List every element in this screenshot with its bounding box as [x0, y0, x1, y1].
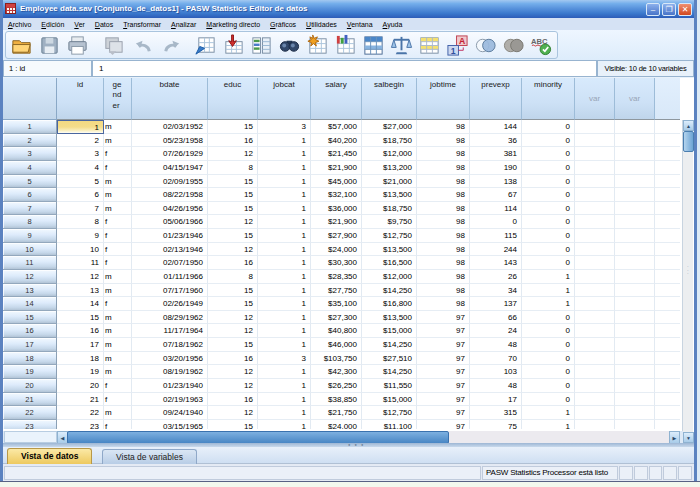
cell-r17-prevexp[interactable]: 48	[470, 338, 522, 352]
cell-r14-salbegin[interactable]: $16,800	[362, 297, 417, 311]
cell-r15-jobcat[interactable]: 1	[258, 311, 311, 325]
cell-r20-salbegin[interactable]: $11,550	[362, 379, 417, 393]
cell-r10-id[interactable]: 10	[57, 243, 104, 257]
cell-r7-educ[interactable]: 15	[208, 202, 258, 216]
cell-r7-minority[interactable]: 0	[522, 202, 575, 216]
find-icon[interactable]	[278, 34, 301, 57]
cell-r11-educ[interactable]: 16	[208, 256, 258, 270]
cell-r12-jobcat[interactable]: 1	[258, 270, 311, 284]
cell-r23-var[interactable]	[575, 420, 615, 429]
column-header-bdate[interactable]: bdate	[132, 78, 208, 120]
cell-r20-educ[interactable]: 12	[208, 379, 258, 393]
row-header-5[interactable]: 5	[3, 175, 57, 189]
cell-r15-id[interactable]: 15	[57, 311, 104, 325]
cell-r19-educ[interactable]: 12	[208, 365, 258, 379]
cell-r4-salbegin[interactable]: $13,200	[362, 161, 417, 175]
menu-ventana[interactable]: Ventana	[342, 21, 378, 28]
cell-r8-prevexp[interactable]: 0	[470, 215, 522, 229]
cell-r7-bdate[interactable]: 04/26/1956	[132, 202, 208, 216]
cell-r23-salbegin[interactable]: $11,100	[362, 420, 417, 429]
cell-r12-salary[interactable]: $28,350	[311, 270, 362, 284]
cell-r17-jobtime[interactable]: 97	[417, 338, 470, 352]
select-cases-icon[interactable]	[418, 34, 441, 57]
cell-r18-salbegin[interactable]: $27,510	[362, 352, 417, 366]
cell-r18-jobcat[interactable]: 3	[258, 352, 311, 366]
cell-r15-educ[interactable]: 12	[208, 311, 258, 325]
row-header-22[interactable]: 22	[3, 406, 57, 420]
row-header-1[interactable]: 1	[3, 120, 57, 134]
cell-r9-bdate[interactable]: 01/23/1946	[132, 229, 208, 243]
menu-ayuda[interactable]: Ayuda	[378, 21, 408, 28]
cell-r18-jobtime[interactable]: 97	[417, 352, 470, 366]
vertical-scrollbar[interactable]: ▲ ··· ▼	[682, 120, 693, 443]
column-header-minority[interactable]: minority	[522, 78, 575, 120]
cell-r23-gender[interactable]: f	[104, 420, 132, 429]
cell-r18-id[interactable]: 18	[57, 352, 104, 366]
cell-r9-id[interactable]: 9	[57, 229, 104, 243]
cell-r13-var[interactable]	[615, 284, 655, 298]
minimize-button[interactable]: –	[646, 3, 660, 16]
cell-r6-jobcat[interactable]: 1	[258, 188, 311, 202]
cell-r7-var[interactable]	[615, 202, 655, 216]
cell-r3-var[interactable]	[615, 147, 655, 161]
scroll-up-arrow[interactable]: ▲	[683, 120, 694, 131]
cell-r6-var[interactable]	[615, 188, 655, 202]
cell-r16-id[interactable]: 16	[57, 324, 104, 338]
cell-r11-id[interactable]: 11	[57, 256, 104, 270]
cell-r13-jobtime[interactable]: 98	[417, 284, 470, 298]
row-header-4[interactable]: 4	[3, 161, 57, 175]
cell-r19-jobtime[interactable]: 97	[417, 365, 470, 379]
cell-r12-jobtime[interactable]: 98	[417, 270, 470, 284]
cell-r19-salbegin[interactable]: $14,250	[362, 365, 417, 379]
cell-r2-salbegin[interactable]: $18,750	[362, 134, 417, 148]
cell-r19-var[interactable]	[575, 365, 615, 379]
column-header-var-11[interactable]: var	[615, 78, 655, 120]
cell-r2-bdate[interactable]: 05/23/1958	[132, 134, 208, 148]
cell-r5-var[interactable]	[575, 175, 615, 189]
cell-r23-salary[interactable]: $24,000	[311, 420, 362, 429]
cell-r22-jobtime[interactable]: 97	[417, 406, 470, 420]
cell-r20-var[interactable]	[615, 379, 655, 393]
cell-r16-salbegin[interactable]: $15,000	[362, 324, 417, 338]
menu-edici-n[interactable]: Edición	[36, 21, 69, 28]
cell-r15-salary[interactable]: $27,300	[311, 311, 362, 325]
cell-r23-id[interactable]: 23	[57, 420, 104, 429]
cell-r10-jobcat[interactable]: 1	[258, 243, 311, 257]
cell-r13-id[interactable]: 13	[57, 284, 104, 298]
cell-r4-educ[interactable]: 8	[208, 161, 258, 175]
cell-r20-id[interactable]: 20	[57, 379, 104, 393]
print-icon[interactable]	[66, 34, 89, 57]
cell-r19-id[interactable]: 19	[57, 365, 104, 379]
cell-r8-var[interactable]	[615, 215, 655, 229]
cell-r17-jobcat[interactable]: 1	[258, 338, 311, 352]
cell-r10-minority[interactable]: 0	[522, 243, 575, 257]
row-header-9[interactable]: 9	[3, 229, 57, 243]
cell-r11-salbegin[interactable]: $16,500	[362, 256, 417, 270]
split-file-icon[interactable]	[362, 34, 385, 57]
cell-r17-gender[interactable]: m	[104, 338, 132, 352]
cell-r8-var[interactable]	[575, 215, 615, 229]
cell-r16-minority[interactable]: 0	[522, 324, 575, 338]
cell-r8-minority[interactable]: 0	[522, 215, 575, 229]
cell-r10-prevexp[interactable]: 244	[470, 243, 522, 257]
cell-r11-jobcat[interactable]: 1	[258, 256, 311, 270]
cell-r9-educ[interactable]: 15	[208, 229, 258, 243]
cell-r18-prevexp[interactable]: 70	[470, 352, 522, 366]
cell-r3-var[interactable]	[575, 147, 615, 161]
row-header-20[interactable]: 20	[3, 379, 57, 393]
cell-r1-var[interactable]	[575, 120, 615, 134]
cell-r8-id[interactable]: 8	[57, 215, 104, 229]
cell-r14-gender[interactable]: f	[104, 297, 132, 311]
cell-r12-var[interactable]	[615, 270, 655, 284]
cell-r9-minority[interactable]: 0	[522, 229, 575, 243]
scroll-down-arrow[interactable]: ▼	[683, 432, 694, 443]
row-header-23[interactable]: 23	[3, 420, 57, 429]
cell-r22-jobcat[interactable]: 1	[258, 406, 311, 420]
cell-r21-bdate[interactable]: 02/19/1963	[132, 393, 208, 407]
cell-r15-jobtime[interactable]: 97	[417, 311, 470, 325]
cell-r15-salbegin[interactable]: $13,500	[362, 311, 417, 325]
cell-r20-salary[interactable]: $26,250	[311, 379, 362, 393]
column-header-id[interactable]: id	[57, 78, 104, 120]
cell-r7-salbegin[interactable]: $18,750	[362, 202, 417, 216]
cell-r20-gender[interactable]: f	[104, 379, 132, 393]
